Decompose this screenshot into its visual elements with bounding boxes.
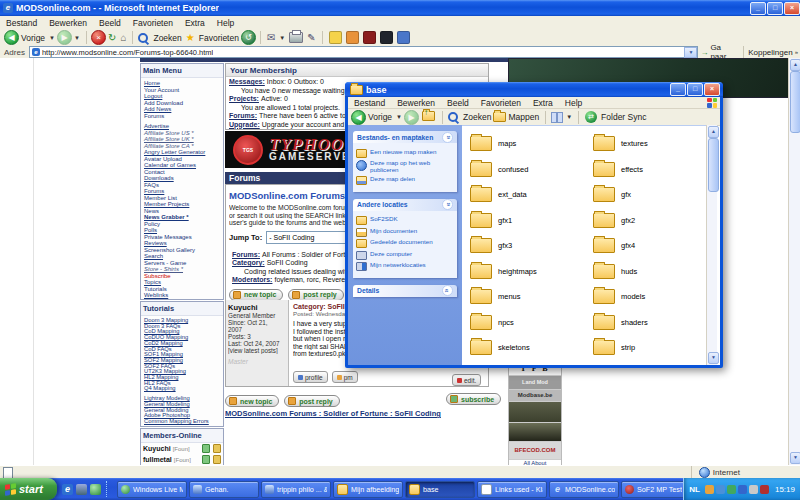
side-ad-banner[interactable]: Land Mod	[509, 376, 561, 390]
menu-item[interactable]: Bewerken	[43, 18, 93, 28]
taskbar-button[interactable]: SoF2 MP Test	[621, 481, 683, 498]
taskbar-button[interactable]: base	[405, 481, 475, 498]
views-icon[interactable]	[551, 112, 563, 123]
folder-name[interactable]: skeletons	[498, 343, 530, 352]
folder-tile[interactable]: gfx2	[593, 208, 648, 234]
menu-item[interactable]: Extra	[527, 98, 559, 108]
buddy-add-icon[interactable]	[202, 455, 210, 464]
explorer-scrollbar[interactable]: ▲ ▼	[706, 125, 717, 365]
tray-icon[interactable]	[760, 485, 769, 494]
sidebar-link[interactable]: Weblinks	[142, 292, 222, 299]
explorer-maximize-button[interactable]: □	[687, 83, 703, 96]
place-item[interactable]: SoF2SDK	[356, 216, 454, 225]
folder-sync-icon[interactable]: ⇄	[585, 111, 597, 123]
member-name[interactable]: Kuyuchi	[143, 445, 171, 452]
folder-tile[interactable]: gfx3	[470, 233, 537, 259]
search-label[interactable]: Zoeken	[463, 112, 491, 122]
taskbar-button[interactable]: MODSonline.com - ...	[549, 481, 619, 498]
folder-name[interactable]: gfx1	[498, 216, 512, 225]
messenger-quicklaunch-icon[interactable]	[90, 484, 101, 495]
menu-item[interactable]: Bestand	[0, 18, 43, 28]
forum-meta-text[interactable]: SoFII Coding	[267, 259, 308, 266]
tray-icon[interactable]	[749, 485, 758, 494]
edit-button[interactable]: edit.	[452, 374, 481, 386]
place-label[interactable]: Mijn documenten	[370, 228, 417, 235]
buddy-pm-icon[interactable]	[213, 455, 221, 464]
menu-item[interactable]: Extra	[179, 18, 211, 28]
task-label[interactable]: Deze map delen	[370, 176, 415, 183]
scrollbar-thumb[interactable]	[708, 138, 719, 192]
links-label[interactable]: Koppelingen	[748, 48, 792, 57]
forum-meta-text[interactable]: All Forums : Soldier of Fortune	[262, 251, 357, 258]
folder-name[interactable]: npcs	[498, 318, 514, 327]
file-tasks-header[interactable]: Bestands- en maptaken »	[353, 131, 457, 143]
explorer-close-button[interactable]: ×	[704, 83, 720, 96]
toolbar-app-icon[interactable]	[363, 31, 376, 44]
new-topic-button[interactable]: new topic	[229, 289, 283, 301]
folder-tile[interactable]: confused	[470, 157, 537, 183]
folder-tile[interactable]: models	[593, 284, 648, 310]
toolbar-app-icon[interactable]	[329, 31, 342, 44]
toolbar-app-icon[interactable]	[346, 31, 359, 44]
folder-tile[interactable]: skeletons	[470, 335, 537, 361]
scroll-down-icon[interactable]: ▼	[790, 452, 800, 464]
folder-name[interactable]: huds	[621, 267, 637, 276]
toolbar-app-icon[interactable]	[397, 31, 410, 44]
back-icon[interactable]: ◀	[4, 30, 19, 45]
member-name[interactable]: fullmetal	[143, 456, 172, 463]
menu-item[interactable]: Bewerken	[391, 98, 441, 108]
taskbar-button[interactable]: Links used - Kladblok	[477, 481, 547, 498]
other-places-header[interactable]: Andere locaties »	[353, 199, 457, 211]
taskbar-button[interactable]: Gehan.	[189, 481, 259, 498]
side-ad-banner[interactable]: BFECOD.COM	[509, 442, 561, 460]
place-item[interactable]: Deze computer	[356, 251, 454, 260]
subscribe-button[interactable]: subscribe	[446, 393, 501, 405]
browser-scrollbar[interactable]: ▲ ▼	[788, 58, 800, 465]
folder-name[interactable]: maps	[498, 139, 516, 148]
folder-name[interactable]: gfx4	[621, 241, 635, 250]
expand-chevron-icon[interactable]: »	[442, 285, 453, 296]
membership-line-label[interactable]: Projects:	[229, 95, 259, 102]
explorer-window[interactable]: base _ □ × BestandBewerkenBeeldFavoriete…	[345, 82, 723, 368]
place-label[interactable]: Deze computer	[370, 251, 412, 258]
folder-tile[interactable]: menus	[470, 284, 537, 310]
collapse-chevron-icon[interactable]: »	[442, 199, 453, 210]
buddy-add-icon[interactable]	[202, 444, 210, 453]
search-icon[interactable]	[448, 112, 458, 122]
taskbar-button[interactable]: trippin philo ... & ben...	[261, 481, 331, 498]
menu-item[interactable]: Beeld	[441, 98, 475, 108]
folder-tile[interactable]: huds	[593, 259, 648, 285]
folder-tile[interactable]: textures	[593, 131, 648, 157]
menu-item[interactable]: Help	[211, 18, 240, 28]
mail-dropdown-icon[interactable]: ▼	[279, 35, 285, 41]
start-button[interactable]: start	[0, 478, 57, 500]
folder-sync-label[interactable]: Folder Sync	[601, 112, 646, 122]
address-url[interactable]: http://www.modsonline.com/Forums-top-666…	[42, 48, 213, 57]
membership-line-label[interactable]: Messages:	[229, 78, 265, 85]
membership-line-label[interactable]: Forums:	[229, 112, 257, 119]
breadcrumb[interactable]: MODSonline.com Forums : Soldier of Fortu…	[225, 409, 487, 418]
forward-dropdown-icon[interactable]: ▼	[74, 35, 80, 41]
address-dropdown-icon[interactable]: ▼	[684, 47, 697, 58]
menu-item[interactable]: Help	[559, 98, 588, 108]
folder-name[interactable]: confused	[498, 165, 528, 174]
maximize-button[interactable]: □	[767, 2, 783, 15]
refresh-icon[interactable]: ↻	[108, 32, 116, 43]
place-item[interactable]: Mijn documenten	[356, 228, 454, 237]
folder-tile[interactable]: gfx4	[593, 233, 648, 259]
folder-name[interactable]: heightmaps	[498, 267, 537, 276]
folder-name[interactable]: effects	[621, 165, 643, 174]
profile-button[interactable]: profile	[293, 371, 328, 383]
post-reply-button-bottom[interactable]: post reply	[284, 395, 339, 407]
scroll-up-icon[interactable]: ▲	[790, 59, 800, 71]
task-item[interactable]: Deze map delen	[356, 176, 454, 185]
folder-name[interactable]: models	[621, 292, 645, 301]
details-header[interactable]: Details »	[353, 285, 457, 297]
task-item[interactable]: Deze map op het web publiceren	[356, 160, 454, 174]
stop-icon[interactable]: ×	[91, 30, 106, 45]
task-label[interactable]: Deze map op het web publiceren	[370, 160, 454, 174]
tray-icon[interactable]	[705, 485, 714, 494]
side-ad-banner[interactable]	[509, 423, 561, 442]
tray-icon[interactable]	[738, 485, 747, 494]
folder-tile[interactable]: shaders	[593, 310, 648, 336]
